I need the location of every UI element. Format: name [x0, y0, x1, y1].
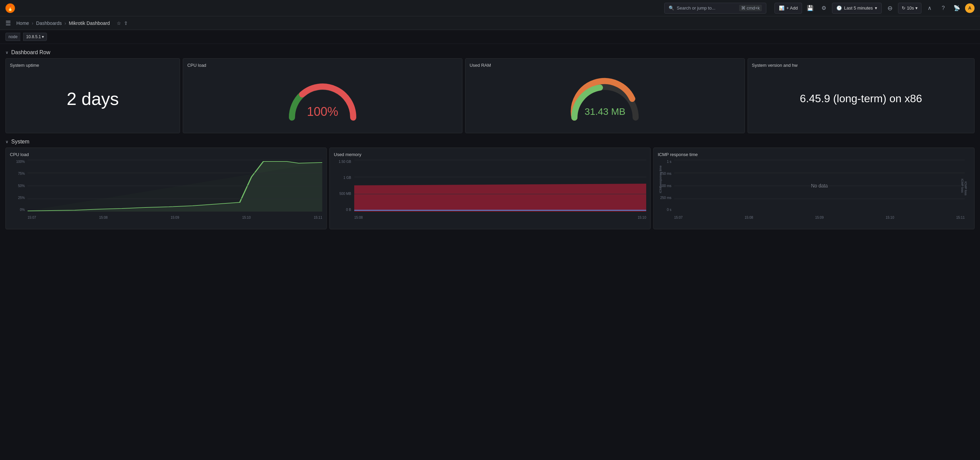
system-row-label: System [11, 139, 29, 145]
cpu-load-gauge-panel: CPU load 100% [183, 58, 463, 133]
cpu-load-chart-panel: CPU load 100% 75% 50% 25% 0% [5, 147, 327, 229]
add-icon: 📊 [779, 5, 784, 11]
search-kbd: ⌘ cmd+k [739, 5, 762, 11]
system-uptime-panel: System uptime 2 days [5, 58, 180, 133]
icmp-chart-plot: No data ICMP loss [674, 160, 965, 212]
node-variable-label: node [5, 33, 21, 41]
system-uptime-title: System uptime [10, 63, 176, 68]
icmp-x-axis: 15:07 15:08 15:09 15:10 15:11 [674, 214, 965, 221]
cpu-x-1508: 15:08 [99, 216, 108, 219]
icmp-title: ICMP response time [658, 152, 970, 157]
dashboard-row-label: Dashboard Row [11, 50, 50, 56]
breadcrumb-bar: ☰ Home › Dashboards › Mikrotik Dashboard… [0, 16, 980, 30]
system-version-value: 6.45.9 (long-term) on x86 [800, 92, 922, 106]
icmp-x-1511: 15:11 [956, 216, 965, 219]
hamburger-icon[interactable]: ☰ [5, 19, 11, 27]
system-version-panel: System version and hw 6.45.9 (long-term)… [748, 58, 975, 133]
cpu-chart-plot [27, 160, 322, 212]
system-uptime-content: 2 days [10, 70, 176, 127]
refresh-button[interactable]: ↻ 10s ▾ [898, 3, 921, 14]
chevron-down-icon: ▾ [875, 5, 877, 11]
top-nav: 🔥 🔍 Search or jump to... ⌘ cmd+k 📊 + Add… [0, 0, 980, 16]
icmp-x-1507: 15:07 [674, 216, 682, 219]
ram-gauge: 31.43 MB [568, 77, 643, 121]
mem-x-1508: 15:08 [354, 216, 363, 219]
cpu-x-1507: 15:07 [27, 216, 36, 219]
breadcrumb-actions: ☆ ⇪ [117, 21, 128, 26]
avatar[interactable]: A [965, 3, 975, 13]
cpu-y-axis: 100% 75% 50% 25% 0% [10, 160, 26, 212]
cpu-y-100: 100% [16, 160, 25, 164]
icmp-x-1508: 15:08 [745, 216, 753, 219]
search-icon: 🔍 [669, 5, 674, 11]
svg-marker-3 [354, 184, 646, 212]
nav-actions: 📊 + Add 💾 ⚙ 🕐 Last 5 minutes ▾ ⊖ ↻ 10s ▾… [775, 3, 975, 14]
mem-y-500: 500 MB [340, 192, 351, 196]
dashboard-content: ∨ Dashboard Row System uptime 2 days CPU… [0, 44, 980, 235]
cpu-x-1510: 15:10 [242, 216, 251, 219]
mem-x-axis: 15:08 15:10 [354, 214, 646, 221]
used-ram-panel: Used RAM 31.43 MB [465, 58, 745, 133]
search-bar[interactable]: 🔍 Search or jump to... ⌘ cmd+k [664, 3, 766, 14]
icmp-x-1509: 15:09 [815, 216, 824, 219]
grafana-logo[interactable]: 🔥 [5, 3, 15, 13]
settings-button[interactable]: ⚙ [818, 3, 829, 14]
system-row-chevron: ∨ [5, 139, 8, 144]
top-panels-grid: System uptime 2 days CPU load [5, 58, 975, 133]
clock-icon: 🕐 [837, 5, 842, 11]
mem-x-1510: 15:10 [638, 216, 646, 219]
help-button[interactable]: ? [938, 3, 949, 14]
cpu-y-25: 25% [18, 196, 25, 200]
save-button[interactable]: 💾 [805, 3, 816, 14]
icmp-y-axis-label: ICMP response time [659, 188, 662, 193]
bottom-panels-grid: CPU load 100% 75% 50% 25% 0% [5, 147, 975, 229]
system-uptime-value: 2 days [67, 89, 119, 109]
icmp-y2-axis-label: ICMP loss [961, 179, 964, 193]
cpu-y-75: 75% [18, 172, 25, 176]
cpu-x-1511: 15:11 [314, 216, 322, 219]
used-memory-panel: Used memory 1.50 GB 1 GB 500 MB 0 B [329, 147, 651, 229]
breadcrumb-dashboards[interactable]: Dashboards [36, 21, 62, 26]
system-row-header[interactable]: ∨ System [5, 136, 975, 147]
zoom-out-button[interactable]: ⊖ [885, 3, 895, 14]
collapse-button[interactable]: ∧ [924, 3, 935, 14]
cpu-load-chart-area: 100% 75% 50% 25% 0% [10, 160, 322, 221]
breadcrumb-sep-2: › [65, 21, 66, 26]
node-variable-select[interactable]: 10.8.5.1 ▾ [23, 33, 47, 41]
mem-y-0: 0 B [346, 208, 351, 212]
system-version-title: System version and hw [752, 63, 970, 68]
search-placeholder: Search or jump to... [677, 5, 715, 11]
time-range-button[interactable]: 🕐 Last 5 minutes ▾ [832, 3, 882, 14]
variable-bar: node 10.8.5.1 ▾ [0, 30, 980, 44]
cpu-y-50: 50% [18, 184, 25, 188]
icmp-y-1s: 1 s [667, 160, 671, 164]
star-icon[interactable]: ☆ [117, 21, 121, 26]
icmp-y-250ms: 250 ms [660, 196, 671, 200]
refresh-icon: ↻ [902, 5, 905, 11]
svg-text:31.43 MB: 31.43 MB [585, 106, 625, 117]
system-version-content: 6.45.9 (long-term) on x86 [752, 70, 970, 127]
cpu-load-chart-title: CPU load [10, 152, 322, 157]
mem-chart-plot [354, 160, 646, 212]
used-memory-title: Used memory [334, 152, 646, 157]
breadcrumb-current: Mikrotik Dashboard [69, 21, 110, 26]
mem-y-150: 1.50 GB [339, 160, 351, 164]
share-icon[interactable]: ⇪ [124, 21, 128, 26]
notifications-button[interactable]: 📡 [951, 3, 962, 14]
cpu-x-1509: 15:09 [170, 216, 179, 219]
mem-y-100: 1 GB [343, 176, 351, 180]
svg-text:100%: 100% [307, 105, 338, 118]
breadcrumb-home[interactable]: Home [16, 21, 29, 26]
add-button[interactable]: 📊 + Add [775, 3, 802, 14]
refresh-chevron-icon: ▾ [915, 5, 918, 11]
cpu-x-axis: 15:07 15:08 15:09 15:10 15:11 [27, 214, 322, 221]
icmp-loss-label: ICMP loss [964, 182, 968, 196]
used-ram-content: 31.43 MB [469, 70, 740, 127]
cpu-load-gauge-content: 100% [187, 70, 458, 127]
icmp-x-1510: 15:10 [886, 216, 894, 219]
icmp-chart-area: 1 s 750 ms 500 ms 250 ms 0 s No data ICM… [658, 160, 970, 221]
cpu-y-0: 0% [20, 208, 25, 212]
icmp-panel: ICMP response time 1 s 750 ms 500 ms 250… [653, 147, 975, 229]
dashboard-row-header[interactable]: ∨ Dashboard Row [5, 47, 975, 58]
used-ram-title: Used RAM [469, 63, 740, 68]
